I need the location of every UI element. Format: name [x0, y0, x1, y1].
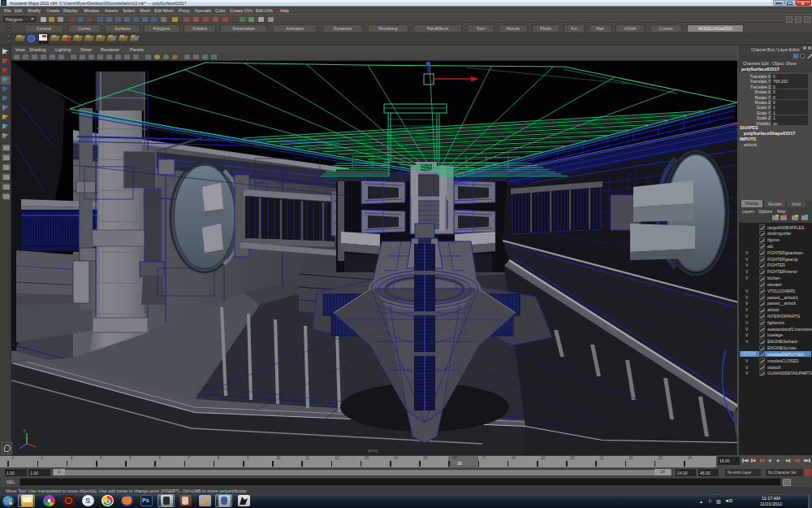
svg-text:persp: persp: [368, 448, 378, 453]
